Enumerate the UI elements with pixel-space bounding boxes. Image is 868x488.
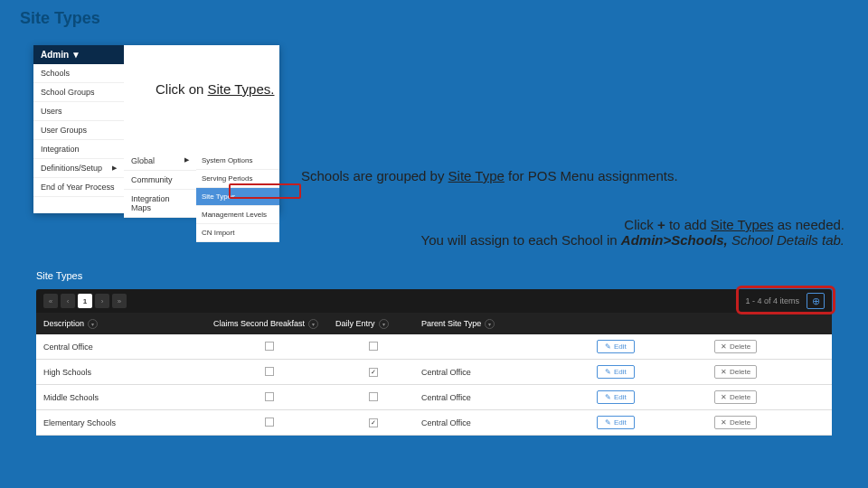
menu-integration[interactable]: Integration [33, 140, 124, 159]
highlight-box-add [736, 286, 835, 314]
checkbox-icon [265, 342, 274, 351]
checkbox-icon [369, 342, 378, 351]
cell-description: Middle Schools [36, 393, 208, 402]
submenu-system-options[interactable]: System Options [196, 152, 279, 170]
checkbox-icon [265, 418, 274, 427]
filter-icon[interactable]: ▾ [485, 319, 495, 329]
submenu-community[interactable]: Community [124, 171, 196, 190]
chevron-right-icon: ▶ [184, 156, 189, 165]
cell-parent: Central Office [416, 368, 597, 377]
chevron-right-icon: ▶ [112, 164, 117, 172]
cell-description: Central Office [36, 343, 208, 352]
pager-page-1[interactable]: 1 [78, 294, 92, 308]
close-icon: ✕ [721, 418, 727, 427]
cell-claims [208, 367, 330, 378]
edit-icon: ✎ [605, 418, 611, 427]
filter-icon[interactable]: ▾ [379, 319, 389, 329]
edit-icon: ✎ [605, 393, 611, 401]
grid-header-row: Description▾ Claims Second Breakfast▾ Da… [36, 313, 832, 334]
grid-toolbar: « ‹ 1 › » 1 - 4 of 4 items ⊕ [36, 289, 832, 313]
pager-last[interactable]: » [112, 294, 127, 308]
pager-prev[interactable]: ‹ [61, 294, 75, 308]
menu-admin-title[interactable]: Admin ▼ [33, 45, 124, 64]
submenu-global-label: Global [131, 156, 155, 165]
delete-button[interactable]: ✕ Delete [714, 416, 757, 429]
cell-parent: Central Office [416, 393, 597, 402]
table-row: High Schools✓Central Office✎ Edit✕ Delet… [36, 360, 832, 385]
table-row: Central Office✎ Edit✕ Delete [36, 334, 832, 360]
header-claims[interactable]: Claims Second Breakfast [213, 319, 305, 328]
checkbox-icon: ✓ [369, 368, 378, 377]
close-icon: ✕ [721, 368, 727, 376]
menu-users[interactable]: Users [33, 102, 124, 121]
close-icon: ✕ [721, 393, 727, 401]
section-title: Site Types [36, 270, 82, 281]
header-parent[interactable]: Parent Site Type [421, 319, 481, 328]
submenu-mgmt-levels[interactable]: Management Levels [196, 206, 279, 224]
cell-claims [208, 342, 330, 352]
cell-daily: ✓ [330, 418, 416, 427]
menu-user-groups[interactable]: User Groups [33, 121, 124, 140]
highlight-box-site-types [229, 183, 301, 199]
menu-definitions-setup[interactable]: Definitions/Setup▶ [33, 159, 124, 178]
cell-daily [330, 392, 416, 403]
delete-button[interactable]: ✕ Delete [714, 365, 757, 379]
submenu-cn-import[interactable]: CN Import [196, 224, 279, 242]
menu-school-groups[interactable]: School Groups [33, 83, 124, 102]
filter-icon[interactable]: ▾ [308, 319, 318, 329]
submenu-integration-maps[interactable]: Integration Maps [124, 190, 196, 218]
checkbox-icon: ✓ [369, 418, 378, 427]
submenu-global[interactable]: Global▶ [124, 152, 196, 171]
header-description[interactable]: Description [43, 319, 84, 328]
page-header: Site Types [20, 9, 100, 28]
cell-parent: Central Office [416, 418, 597, 427]
table-row: Elementary Schools✓Central Office✎ Edit✕… [36, 410, 832, 436]
menu-eoy-process[interactable]: End of Year Process [33, 178, 124, 197]
cell-description: High Schools [36, 368, 208, 377]
edit-icon: ✎ [605, 368, 611, 376]
cell-claims [208, 418, 330, 428]
delete-button[interactable]: ✕ Delete [714, 390, 757, 404]
pager-next[interactable]: › [95, 294, 109, 308]
edit-button[interactable]: ✎ Edit [597, 390, 635, 404]
checkbox-icon [265, 367, 274, 376]
menu-definitions-label: Definitions/Setup [41, 164, 102, 173]
checkbox-icon [369, 392, 378, 401]
table-row: Middle SchoolsCentral Office✎ Edit✕ Dele… [36, 385, 832, 410]
instruction-3: Click + to add Site Types as needed. You… [421, 217, 844, 248]
admin-menu-screenshot: Admin ▼ Schools School Groups Users User… [33, 45, 279, 213]
edit-button[interactable]: ✎ Edit [597, 340, 635, 353]
cell-description: Elementary Schools [36, 418, 208, 427]
cell-daily: ✓ [330, 367, 416, 377]
edit-button[interactable]: ✎ Edit [597, 416, 635, 429]
site-types-grid: « ‹ 1 › » 1 - 4 of 4 items ⊕ Description… [36, 289, 832, 452]
close-icon: ✕ [721, 343, 727, 351]
filter-icon[interactable]: ▾ [88, 319, 98, 329]
cell-daily [330, 342, 416, 352]
edit-icon: ✎ [605, 343, 611, 351]
delete-button[interactable]: ✕ Delete [714, 340, 757, 353]
menu-schools[interactable]: Schools [33, 64, 124, 83]
pager-first[interactable]: « [43, 294, 58, 308]
pager: « ‹ 1 › » [43, 294, 127, 308]
instruction-1: Click on Site Types. [156, 81, 274, 97]
instruction-2: Schools are grouped by Site Type for POS… [301, 168, 678, 183]
cell-claims [208, 392, 330, 403]
edit-button[interactable]: ✎ Edit [597, 365, 635, 379]
checkbox-icon [265, 392, 274, 401]
header-daily[interactable]: Daily Entry [335, 319, 375, 328]
